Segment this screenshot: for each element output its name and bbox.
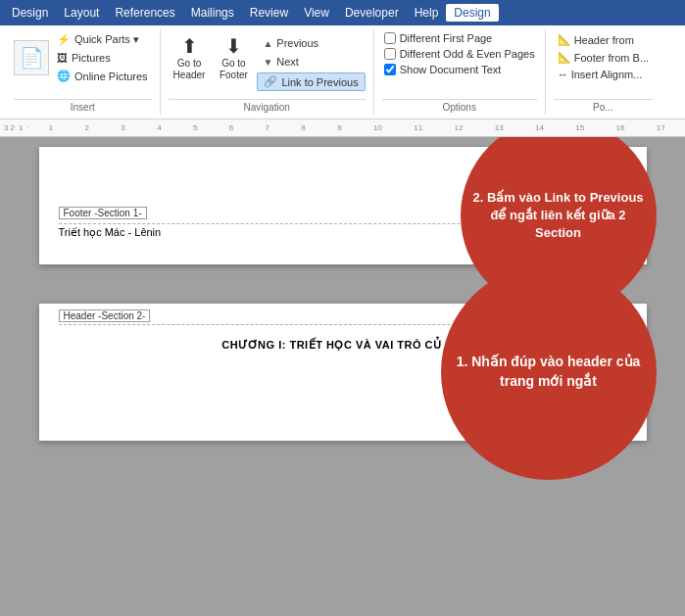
online-pictures-icon: 🌐 — [57, 70, 71, 82]
options-col: Different First Page Different Odd & Eve… — [382, 31, 537, 76]
next-button[interactable]: ▼ Next — [257, 54, 365, 70]
go-to-footer-label: Go toFooter — [220, 58, 248, 81]
different-first-page-row: Different First Page — [382, 31, 537, 45]
insert-alignment-icon: ↔ — [558, 69, 568, 80]
next-arrow-icon: ▼ — [263, 57, 272, 68]
menu-mailings[interactable]: Mailings — [183, 4, 242, 22]
link-to-previous-label: Link to Previous — [281, 76, 358, 88]
menu-bar: Design Layout References Mailings Review… — [0, 0, 685, 25]
ribbon-group-position: 📐 Header from 📐 Footer from B... ↔ Inser… — [546, 29, 661, 115]
navigation-group-label: Navigation — [169, 99, 366, 113]
different-odd-even-checkbox[interactable] — [384, 48, 396, 60]
ribbon-group-navigation: ⬆ Go toHeader ⬇ Go toFooter ▲ Previous ▼… — [161, 29, 374, 115]
header-from-icon: 📐 — [558, 33, 571, 46]
pictures-label: Pictures — [72, 52, 111, 64]
document-info-icon: 📄 — [14, 40, 49, 75]
footer-from-button[interactable]: 📐 Footer from B... — [554, 49, 653, 66]
menu-review[interactable]: Review — [242, 4, 296, 22]
quick-parts-icon: ⚡ — [57, 33, 71, 46]
go-to-header-button[interactable]: ⬆ Go toHeader — [169, 31, 211, 84]
go-to-footer-icon: ⬇ — [225, 34, 242, 58]
ribbon: 📄 ⚡ Quick Parts ▾ 🖼 Pictures 🌐 Online — [0, 25, 685, 119]
show-document-text-label: Show Document Text — [400, 64, 502, 75]
footer-from-icon: 📐 — [558, 51, 571, 64]
ribbon-group-insert: 📄 ⚡ Quick Parts ▾ 🖼 Pictures 🌐 Online — [6, 29, 161, 115]
previous-arrow-icon: ▲ — [263, 38, 272, 49]
pictures-button[interactable]: 🖼 Pictures — [53, 50, 152, 66]
header-from-button[interactable]: 📐 Header from — [554, 31, 653, 48]
go-to-footer-button[interactable]: ⬇ Go toFooter — [214, 31, 253, 84]
menu-references[interactable]: References — [107, 4, 182, 22]
footer-text-left: Triết học Mác - Lênin — [59, 226, 162, 239]
bubble-2-text: 1. Nhấn đúp vào header của trang mới ngắ… — [441, 338, 657, 405]
go-to-header-label: Go toHeader — [173, 58, 206, 81]
menu-developer[interactable]: Developer — [337, 4, 407, 22]
navigation-group-content: ⬆ Go toHeader ⬇ Go toFooter ▲ Previous ▼… — [169, 31, 366, 97]
insert-alignment-label: Insert Alignm... — [571, 69, 643, 80]
ribbon-group-options: Different First Page Different Odd & Eve… — [374, 29, 546, 115]
different-odd-even-label: Different Odd & Even Pages — [400, 48, 535, 60]
menu-help[interactable]: Help — [407, 4, 447, 22]
previous-button[interactable]: ▲ Previous — [257, 35, 365, 51]
insert-group-label: Insert — [14, 99, 152, 113]
options-group-content: Different First Page Different Odd & Eve… — [382, 31, 537, 97]
menu-design-active[interactable]: Design — [446, 4, 498, 22]
online-pictures-label: Online Pictures — [74, 71, 148, 82]
online-pictures-button[interactable]: 🌐 Online Pictures — [53, 68, 152, 84]
ruler: 3 2 1 · 12345 678910 1112131415 1617 — [0, 119, 685, 137]
show-document-text-row: Show Document Text — [382, 63, 537, 76]
menu-layout[interactable]: Layout — [56, 4, 107, 22]
header-from-label: Header from — [574, 34, 634, 46]
menu-view[interactable]: View — [296, 4, 337, 22]
next-label: Next — [276, 56, 299, 68]
footer-from-label: Footer from B... — [574, 52, 649, 64]
bubble-2: 1. Nhấn đúp vào header của trang mới ngắ… — [441, 264, 657, 480]
link-to-previous-button[interactable]: 🔗 Link to Previous — [257, 72, 365, 91]
previous-label: Previous — [276, 37, 318, 49]
different-first-page-label: Different First Page — [400, 32, 493, 44]
link-icon: 🔗 — [264, 75, 277, 88]
insert-alignment-button[interactable]: ↔ Insert Alignm... — [554, 67, 653, 82]
doc-page-section1: Footer -Section 1- Triết học Mác - Lênin… — [39, 147, 647, 264]
header-section2-label: Header -Section 2- — [59, 309, 151, 322]
footer-label: Footer -Section 1- — [59, 207, 147, 219]
doc-page-section2: Header -Section 2- e as Previo... CHƯƠNG… — [39, 304, 647, 441]
position-group-label: Po... — [554, 99, 653, 113]
insert-group-content: 📄 ⚡ Quick Parts ▾ 🖼 Pictures 🌐 Online — [14, 31, 152, 97]
position-group-content: 📐 Header from 📐 Footer from B... ↔ Inser… — [554, 31, 653, 97]
pictures-icon: 🖼 — [57, 52, 68, 64]
quick-parts-label: Quick Parts ▾ — [74, 33, 139, 46]
content-area: Footer -Section 1- Triết học Mác - Lênin… — [0, 137, 685, 616]
options-group-label: Options — [382, 99, 537, 113]
quick-parts-button[interactable]: ⚡ Quick Parts ▾ — [53, 31, 152, 48]
menu-design[interactable]: Design — [4, 4, 56, 22]
different-odd-even-row: Different Odd & Even Pages — [382, 47, 537, 61]
go-to-header-icon: ⬆ — [181, 34, 198, 58]
different-first-page-checkbox[interactable] — [384, 32, 396, 44]
pos-col: 📐 Header from 📐 Footer from B... ↔ Inser… — [554, 31, 653, 82]
bubble-1-text: 2. Bấm vào Link to Previous để ngắt liên… — [461, 179, 657, 253]
show-document-text-checkbox[interactable] — [384, 64, 396, 75]
